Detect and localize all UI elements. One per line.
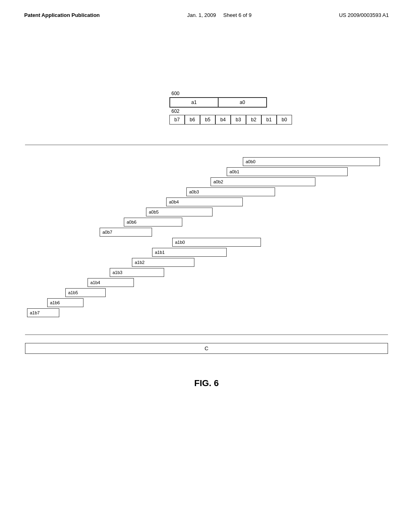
reg-b2: b2 [246, 115, 261, 125]
register-600-cell-a1: a1 [170, 98, 218, 107]
diagram-area: 600 a1 a0 602 b7 b6 b5 b4 b3 b2 b1 b0 a0… [24, 91, 389, 389]
label-602: 602 [171, 108, 179, 114]
output-section: C [25, 343, 388, 354]
register-600-section: 600 a1 a0 602 b7 b6 b5 b4 b3 b2 b1 b0 [169, 91, 292, 125]
stair-bar-a1b1: a1b1 [152, 248, 227, 257]
stair-bar-a0b7: a0b7 [100, 228, 152, 237]
stair-bar-a1b5: a1b5 [65, 288, 106, 297]
stair-bar-a1b7: a1b7 [27, 308, 59, 317]
header-center: Jan. 1, 2009 Sheet 6 of 9 [187, 12, 252, 18]
stair-bar-a1b0: a1b0 [172, 238, 261, 247]
header-date: Jan. 1, 2009 [187, 12, 216, 18]
header-right: US 2009/0003593 A1 [339, 12, 389, 18]
bottom-divider [25, 335, 388, 335]
register-600-cell-a0: a0 [218, 98, 267, 107]
stair-bar-a1b4: a1b4 [88, 278, 134, 287]
page-header: Patent Application Publication Jan. 1, 2… [24, 12, 389, 18]
staircase-section: a0b0a0b1a0b2a0b3a0b4a0b5a0b6a0b7a1b0a1b1… [25, 153, 388, 322]
reg-b3: b3 [231, 115, 246, 125]
reg-b6: b6 [185, 115, 200, 125]
stair-bar-a0b3: a0b3 [186, 187, 275, 196]
header-left: Patent Application Publication [24, 12, 100, 18]
reg-b0: b0 [277, 115, 292, 125]
stair-bar-a1b2: a1b2 [132, 258, 194, 267]
stair-bar-a0b4: a0b4 [166, 197, 243, 206]
stair-bar-a0b5: a0b5 [146, 208, 213, 216]
page-container: Patent Application Publication Jan. 1, 2… [0, 0, 413, 532]
stair-bar-a0b0: a0b0 [243, 157, 380, 166]
label-600: 600 [171, 91, 179, 96]
stair-bar-a0b1: a0b1 [227, 167, 348, 176]
top-divider [25, 145, 388, 145]
reg-b7: b7 [169, 115, 185, 125]
reg-b5: b5 [200, 115, 215, 125]
reg-b1: b1 [261, 115, 277, 125]
figure-label: FIG. 6 [194, 378, 219, 389]
reg-b4: b4 [215, 115, 231, 125]
stair-bar-a1b3: a1b3 [110, 268, 164, 277]
stair-bar-a1b6: a1b6 [47, 298, 83, 307]
stair-bar-a0b6: a0b6 [124, 218, 182, 227]
output-c-bar: C [25, 343, 388, 354]
register-602-row: b7 b6 b5 b4 b3 b2 b1 b0 [169, 115, 292, 125]
register-600-row: a1 a0 [169, 97, 267, 108]
header-sheet: Sheet 6 of 9 [223, 12, 252, 18]
stair-bar-a0b2: a0b2 [211, 177, 315, 186]
